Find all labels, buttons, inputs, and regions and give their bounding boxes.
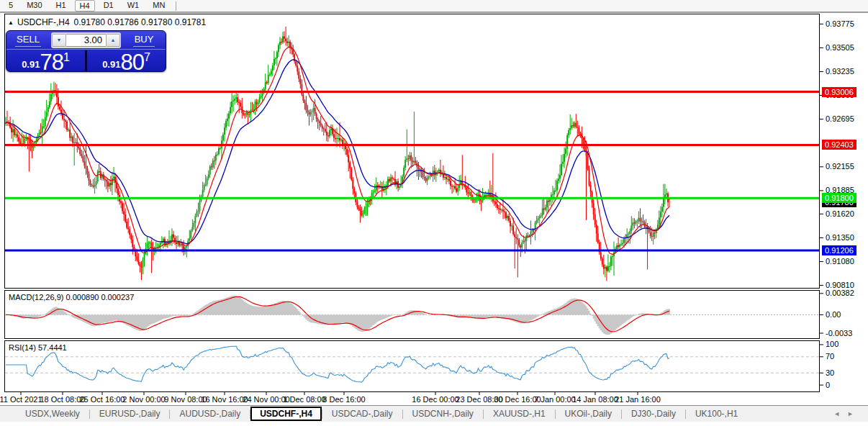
price-axis-label: 0.91620: [826, 209, 854, 218]
x-axis-label: 1 Dec 08:00: [283, 395, 325, 404]
chart-ohlc-values: 0.91780 0.91786 0.91780 0.91781: [74, 17, 207, 27]
rsi-name: RSI(14): [9, 343, 36, 352]
x-axis-label: 21 Jan 16:00: [615, 395, 661, 404]
sell-button[interactable]: SELL: [6, 33, 50, 47]
price-axis-label: 0.93235: [826, 67, 854, 76]
tab-dj30-daily[interactable]: DJ30-,Daily: [622, 407, 685, 421]
collapse-panel-icon[interactable]: ▲: [8, 19, 14, 26]
sell-price[interactable]: 0.91781: [6, 50, 85, 72]
hline-price-label[interactable]: 0.92403: [822, 140, 856, 150]
price-axis-label: 0.91080: [826, 257, 854, 266]
chart-symbol-label: USDCHF-,H4: [17, 17, 70, 27]
one-click-trading-panel: SELL ▼ ▲ BUY 0.91781 0.91807: [6, 30, 166, 72]
x-axis-label: 7 Jan 00:00: [534, 395, 576, 404]
ma-slow-line: [6, 60, 669, 244]
price-axis-label: 0.92695: [826, 114, 854, 123]
x-axis-label: 2 Nov 00:00: [122, 395, 165, 404]
tab-ukoil-daily[interactable]: UKOil-,Daily: [556, 407, 621, 421]
x-axis-label: 16 Nov 16:00: [201, 395, 248, 404]
hline-price-label[interactable]: 0.91206: [822, 245, 856, 255]
macd-axis-label: -0.0033: [826, 329, 852, 337]
rsi-axis-label: 100: [826, 340, 838, 348]
macd-histogram: [6, 296, 669, 335]
buy-button[interactable]: BUY: [122, 33, 166, 47]
price-axis-label: 0.92155: [826, 162, 854, 171]
price-axis-label: 0.90810: [826, 281, 854, 289]
hline-price-label[interactable]: 0.93006: [822, 87, 856, 97]
rsi-axis-label: 0: [826, 381, 830, 389]
macd-name: MACD(12,26,9): [9, 293, 63, 302]
tab-eurusd-daily[interactable]: EURUSD-,Daily: [90, 407, 170, 421]
buy-price[interactable]: 0.91807: [87, 50, 166, 72]
tab-usdx-weekly[interactable]: USDX,Weekly: [16, 407, 89, 421]
tab-scroll-arrows: ◄►: [833, 410, 861, 417]
volume-decrease-icon[interactable]: ▼: [52, 34, 66, 47]
tab-uk100-h1[interactable]: UK100-,H1: [686, 407, 747, 421]
hline-price-label[interactable]: 0.91800: [822, 193, 856, 203]
volume-spinner: ▼ ▲: [51, 32, 121, 48]
price-axis-label: 0.91350: [826, 233, 854, 242]
rsi-axis-label: 70: [826, 352, 834, 361]
tab-xauusd-h1[interactable]: XAUUSD-,H1: [484, 407, 555, 421]
x-axis-label: 18 Oct 08:00: [40, 395, 86, 404]
price-axis-label: 0.93775: [826, 19, 854, 28]
x-axis-label: 16 Dec 00:00: [412, 395, 458, 404]
rsi-axis-label: 30: [826, 368, 834, 377]
macd-axis-label: 0.00: [826, 310, 841, 319]
x-axis-label: 25 Oct 16:00: [80, 395, 125, 404]
ma-fast-line: [6, 47, 669, 254]
tab-usdcnh-daily[interactable]: USDCNH-,Daily: [403, 407, 483, 421]
x-axis-label: 8 Dec 16:00: [322, 395, 365, 404]
macd-axis-label: 0.00382: [826, 289, 854, 297]
volume-increase-icon[interactable]: ▲: [106, 34, 120, 47]
x-axis-label: 14 Jan 08:00: [572, 395, 618, 404]
price-axis-label: 0.93505: [826, 43, 854, 52]
mt4-window: 5M30H1H4D1W1MN ▲USDCHF-,H40.91780 0.9178…: [0, 0, 868, 426]
rsi-line: [6, 346, 669, 382]
tab-usdchf-h4[interactable]: USDCHF-,H4: [250, 407, 322, 421]
rsi-value: 57.4441: [38, 343, 67, 352]
chart-tab-bar: USDX,WeeklyEURUSD-,DailyAUDUSD-,DailyUSD…: [0, 405, 868, 422]
x-axis-label: 11 Oct 2021: [0, 395, 42, 404]
macd-values: 0.000890 0.000237: [65, 293, 134, 302]
tab-scroll-left-icon[interactable]: ◄: [833, 410, 847, 417]
rsi-indicator-label: RSI(14) 57.4441: [9, 343, 67, 352]
tab-scroll-right-icon[interactable]: ►: [847, 410, 861, 417]
chart-title: ▲USDCHF-,H40.91780 0.91786 0.91780 0.917…: [8, 17, 206, 27]
tab-audusd-daily[interactable]: AUDUSD-,Daily: [170, 407, 250, 421]
volume-input[interactable]: [66, 34, 106, 47]
tab-usdcad-daily[interactable]: USDCAD-,Daily: [322, 407, 402, 421]
macd-indicator-label: MACD(12,26,9) 0.000890 0.000237: [9, 293, 134, 302]
